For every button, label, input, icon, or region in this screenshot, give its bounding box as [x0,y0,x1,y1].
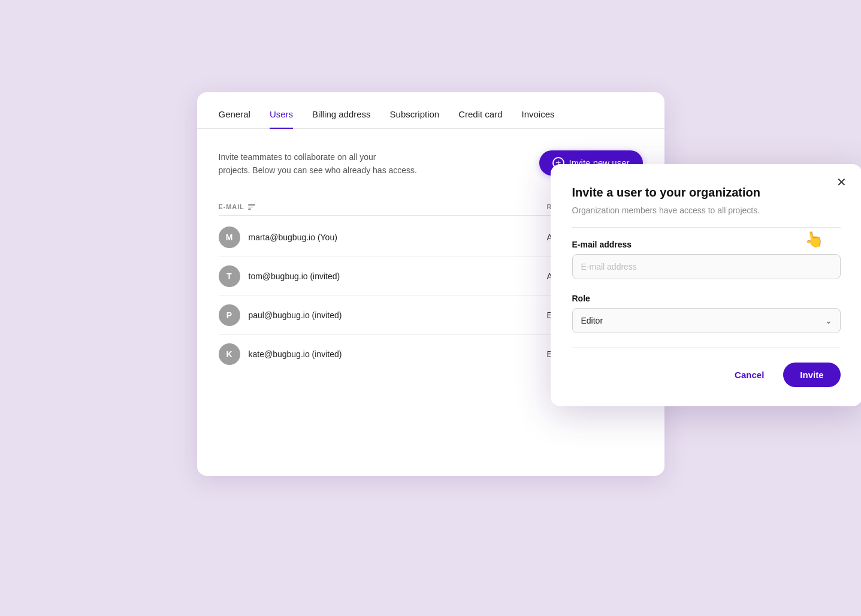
email-input[interactable] [572,254,841,279]
user-email: marta@bugbug.io (You) [249,232,547,242]
modal-actions: Cancel Invite [572,363,841,387]
cursor-icon: 👆 [802,228,824,250]
cancel-button[interactable]: Cancel [725,364,774,386]
modal-title: Invite a user to your organization [572,186,841,200]
intro-line1: Invite teammates to collaborate on all y… [219,152,376,162]
role-label: Role [572,294,841,303]
tab-users[interactable]: Users [270,109,293,129]
user-email: paul@bugbug.io (invited) [249,310,547,320]
page-wrapper: General Users Billing address Subscripti… [71,92,790,524]
tab-general[interactable]: General [219,109,250,129]
role-select-wrapper: Admin Editor Viewer ⌄ [572,308,841,333]
role-form-group: Role Admin Editor Viewer ⌄ [572,294,841,333]
email-form-group: E-mail address [572,240,841,279]
invite-user-modal: ✕ Invite a user to your organization Org… [551,164,862,406]
email-filter-icon[interactable] [248,204,255,210]
email-label: E-mail address [572,240,841,249]
avatar: M [219,227,240,248]
tab-billing[interactable]: Billing address [312,109,371,129]
invite-button[interactable]: Invite [783,363,840,387]
user-email: tom@bugbug.io (invited) [249,271,547,281]
tab-invoices[interactable]: Invoices [522,109,555,129]
tab-credit-card[interactable]: Credit card [458,109,502,129]
avatar: K [219,343,240,365]
role-select[interactable]: Admin Editor Viewer [572,308,841,333]
tabs-container: General Users Billing address Subscripti… [197,92,664,129]
user-email: kate@bugbug.io (invited) [249,349,547,359]
modal-overlay: ✕ Invite a user to your organization Org… [551,164,862,406]
intro-line2: projects. Below you can see who already … [219,165,418,175]
modal-divider [572,348,841,348]
modal-close-button[interactable]: ✕ [833,174,850,191]
avatar: T [219,265,240,287]
avatar: P [219,304,240,326]
col-email-header: E-MAIL [219,203,547,210]
intro-text: Invite teammates to collaborate on all y… [219,150,418,177]
modal-subtitle: Organization members have access to all … [572,206,841,228]
tab-subscription[interactable]: Subscription [390,109,440,129]
